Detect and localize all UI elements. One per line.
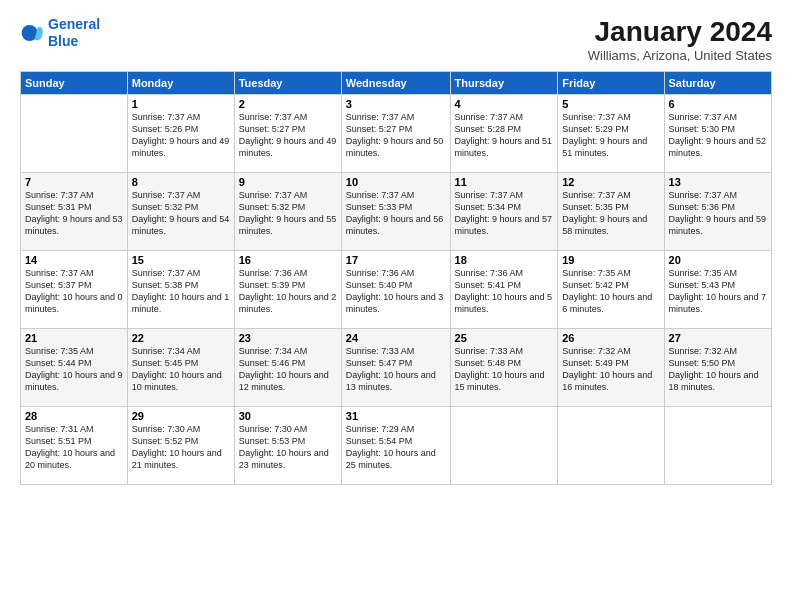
day-info: Sunrise: 7:37 AM Sunset: 5:29 PM Dayligh…	[562, 111, 659, 160]
day-cell: 19Sunrise: 7:35 AM Sunset: 5:42 PM Dayli…	[558, 251, 664, 329]
day-cell: 21Sunrise: 7:35 AM Sunset: 5:44 PM Dayli…	[21, 329, 128, 407]
day-number: 9	[239, 176, 337, 188]
day-number: 20	[669, 254, 767, 266]
day-cell: 17Sunrise: 7:36 AM Sunset: 5:40 PM Dayli…	[341, 251, 450, 329]
day-cell: 13Sunrise: 7:37 AM Sunset: 5:36 PM Dayli…	[664, 173, 771, 251]
day-number: 5	[562, 98, 659, 110]
day-info: Sunrise: 7:30 AM Sunset: 5:52 PM Dayligh…	[132, 423, 230, 472]
location: Williams, Arizona, United States	[588, 48, 772, 63]
header: General Blue January 2024 Williams, Ariz…	[20, 16, 772, 63]
day-number: 25	[455, 332, 554, 344]
day-info: Sunrise: 7:37 AM Sunset: 5:27 PM Dayligh…	[239, 111, 337, 160]
day-cell: 11Sunrise: 7:37 AM Sunset: 5:34 PM Dayli…	[450, 173, 558, 251]
week-row-3: 14Sunrise: 7:37 AM Sunset: 5:37 PM Dayli…	[21, 251, 772, 329]
day-info: Sunrise: 7:37 AM Sunset: 5:38 PM Dayligh…	[132, 267, 230, 316]
day-cell: 7Sunrise: 7:37 AM Sunset: 5:31 PM Daylig…	[21, 173, 128, 251]
col-header-sunday: Sunday	[21, 72, 128, 95]
day-number: 14	[25, 254, 123, 266]
logo: General Blue	[20, 16, 100, 50]
day-number: 1	[132, 98, 230, 110]
header-row: SundayMondayTuesdayWednesdayThursdayFrid…	[21, 72, 772, 95]
day-cell: 9Sunrise: 7:37 AM Sunset: 5:32 PM Daylig…	[234, 173, 341, 251]
day-number: 4	[455, 98, 554, 110]
day-info: Sunrise: 7:36 AM Sunset: 5:41 PM Dayligh…	[455, 267, 554, 316]
logo-icon	[20, 21, 44, 45]
col-header-wednesday: Wednesday	[341, 72, 450, 95]
day-info: Sunrise: 7:37 AM Sunset: 5:31 PM Dayligh…	[25, 189, 123, 238]
day-number: 18	[455, 254, 554, 266]
day-info: Sunrise: 7:37 AM Sunset: 5:27 PM Dayligh…	[346, 111, 446, 160]
day-number: 27	[669, 332, 767, 344]
day-info: Sunrise: 7:37 AM Sunset: 5:30 PM Dayligh…	[669, 111, 767, 160]
day-cell: 29Sunrise: 7:30 AM Sunset: 5:52 PM Dayli…	[127, 407, 234, 485]
day-cell: 20Sunrise: 7:35 AM Sunset: 5:43 PM Dayli…	[664, 251, 771, 329]
week-row-5: 28Sunrise: 7:31 AM Sunset: 5:51 PM Dayli…	[21, 407, 772, 485]
week-row-2: 7Sunrise: 7:37 AM Sunset: 5:31 PM Daylig…	[21, 173, 772, 251]
day-number: 8	[132, 176, 230, 188]
day-info: Sunrise: 7:37 AM Sunset: 5:37 PM Dayligh…	[25, 267, 123, 316]
day-cell: 3Sunrise: 7:37 AM Sunset: 5:27 PM Daylig…	[341, 95, 450, 173]
day-info: Sunrise: 7:32 AM Sunset: 5:49 PM Dayligh…	[562, 345, 659, 394]
logo-text: General Blue	[48, 16, 100, 50]
day-info: Sunrise: 7:31 AM Sunset: 5:51 PM Dayligh…	[25, 423, 123, 472]
day-cell	[21, 95, 128, 173]
page: General Blue January 2024 Williams, Ariz…	[0, 0, 792, 612]
col-header-tuesday: Tuesday	[234, 72, 341, 95]
day-info: Sunrise: 7:34 AM Sunset: 5:45 PM Dayligh…	[132, 345, 230, 394]
col-header-saturday: Saturday	[664, 72, 771, 95]
day-cell: 30Sunrise: 7:30 AM Sunset: 5:53 PM Dayli…	[234, 407, 341, 485]
day-number: 30	[239, 410, 337, 422]
logo-line2: Blue	[48, 33, 78, 49]
day-cell: 16Sunrise: 7:36 AM Sunset: 5:39 PM Dayli…	[234, 251, 341, 329]
day-number: 2	[239, 98, 337, 110]
day-info: Sunrise: 7:29 AM Sunset: 5:54 PM Dayligh…	[346, 423, 446, 472]
day-number: 29	[132, 410, 230, 422]
day-cell: 14Sunrise: 7:37 AM Sunset: 5:37 PM Dayli…	[21, 251, 128, 329]
day-number: 24	[346, 332, 446, 344]
day-info: Sunrise: 7:32 AM Sunset: 5:50 PM Dayligh…	[669, 345, 767, 394]
day-info: Sunrise: 7:37 AM Sunset: 5:26 PM Dayligh…	[132, 111, 230, 160]
title-block: January 2024 Williams, Arizona, United S…	[588, 16, 772, 63]
col-header-thursday: Thursday	[450, 72, 558, 95]
day-info: Sunrise: 7:36 AM Sunset: 5:40 PM Dayligh…	[346, 267, 446, 316]
col-header-monday: Monday	[127, 72, 234, 95]
calendar-table: SundayMondayTuesdayWednesdayThursdayFrid…	[20, 71, 772, 485]
day-cell: 10Sunrise: 7:37 AM Sunset: 5:33 PM Dayli…	[341, 173, 450, 251]
day-number: 16	[239, 254, 337, 266]
day-number: 19	[562, 254, 659, 266]
day-number: 31	[346, 410, 446, 422]
week-row-1: 1Sunrise: 7:37 AM Sunset: 5:26 PM Daylig…	[21, 95, 772, 173]
day-cell: 18Sunrise: 7:36 AM Sunset: 5:41 PM Dayli…	[450, 251, 558, 329]
day-info: Sunrise: 7:30 AM Sunset: 5:53 PM Dayligh…	[239, 423, 337, 472]
day-number: 3	[346, 98, 446, 110]
day-info: Sunrise: 7:35 AM Sunset: 5:42 PM Dayligh…	[562, 267, 659, 316]
day-number: 15	[132, 254, 230, 266]
day-cell: 12Sunrise: 7:37 AM Sunset: 5:35 PM Dayli…	[558, 173, 664, 251]
day-info: Sunrise: 7:37 AM Sunset: 5:32 PM Dayligh…	[132, 189, 230, 238]
day-info: Sunrise: 7:37 AM Sunset: 5:35 PM Dayligh…	[562, 189, 659, 238]
day-cell: 15Sunrise: 7:37 AM Sunset: 5:38 PM Dayli…	[127, 251, 234, 329]
day-number: 17	[346, 254, 446, 266]
day-cell: 31Sunrise: 7:29 AM Sunset: 5:54 PM Dayli…	[341, 407, 450, 485]
day-info: Sunrise: 7:36 AM Sunset: 5:39 PM Dayligh…	[239, 267, 337, 316]
day-cell: 6Sunrise: 7:37 AM Sunset: 5:30 PM Daylig…	[664, 95, 771, 173]
day-number: 22	[132, 332, 230, 344]
day-info: Sunrise: 7:35 AM Sunset: 5:43 PM Dayligh…	[669, 267, 767, 316]
day-cell: 26Sunrise: 7:32 AM Sunset: 5:49 PM Dayli…	[558, 329, 664, 407]
day-info: Sunrise: 7:37 AM Sunset: 5:36 PM Dayligh…	[669, 189, 767, 238]
day-cell: 4Sunrise: 7:37 AM Sunset: 5:28 PM Daylig…	[450, 95, 558, 173]
day-cell: 23Sunrise: 7:34 AM Sunset: 5:46 PM Dayli…	[234, 329, 341, 407]
day-cell: 25Sunrise: 7:33 AM Sunset: 5:48 PM Dayli…	[450, 329, 558, 407]
day-info: Sunrise: 7:37 AM Sunset: 5:34 PM Dayligh…	[455, 189, 554, 238]
day-cell	[450, 407, 558, 485]
day-number: 6	[669, 98, 767, 110]
day-cell: 27Sunrise: 7:32 AM Sunset: 5:50 PM Dayli…	[664, 329, 771, 407]
day-cell: 8Sunrise: 7:37 AM Sunset: 5:32 PM Daylig…	[127, 173, 234, 251]
week-row-4: 21Sunrise: 7:35 AM Sunset: 5:44 PM Dayli…	[21, 329, 772, 407]
day-info: Sunrise: 7:34 AM Sunset: 5:46 PM Dayligh…	[239, 345, 337, 394]
day-number: 23	[239, 332, 337, 344]
day-cell	[664, 407, 771, 485]
day-number: 7	[25, 176, 123, 188]
day-number: 10	[346, 176, 446, 188]
day-info: Sunrise: 7:37 AM Sunset: 5:32 PM Dayligh…	[239, 189, 337, 238]
